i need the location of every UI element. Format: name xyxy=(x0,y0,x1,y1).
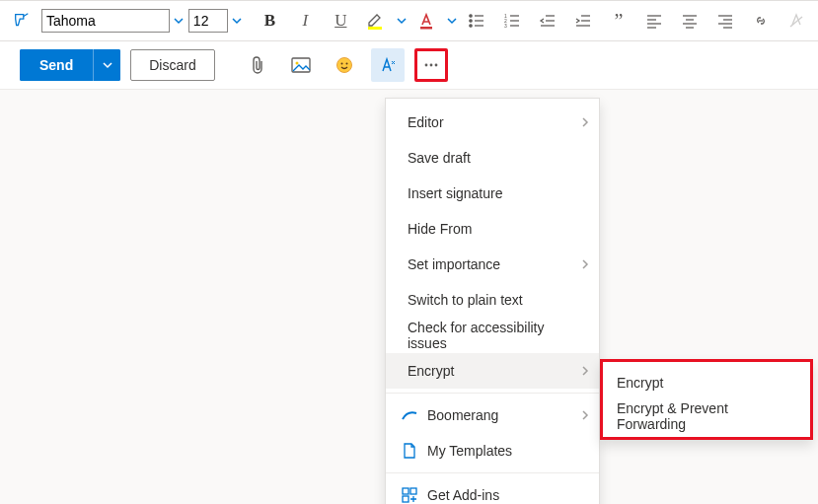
font-name-caret[interactable] xyxy=(174,9,185,33)
submenu-item-encrypt-prevent[interactable]: Encrypt & Prevent Forwarding xyxy=(603,399,810,433)
bullet-list-button[interactable] xyxy=(461,5,492,36)
outdent-button[interactable] xyxy=(532,5,563,36)
menu-label: Boomerang xyxy=(427,407,498,423)
font-color-button[interactable] xyxy=(410,5,442,36)
highlight-button[interactable] xyxy=(360,5,392,36)
svg-rect-44 xyxy=(403,496,409,502)
svg-rect-1 xyxy=(420,27,432,30)
menu-item-save-draft[interactable]: Save draft xyxy=(386,140,599,176)
templates-icon xyxy=(400,443,419,459)
menu-label: Save draft xyxy=(408,150,471,166)
svg-rect-43 xyxy=(410,488,416,494)
number-list-button[interactable]: 123 xyxy=(496,5,528,36)
align-left-button[interactable] xyxy=(638,5,670,36)
font-name-input[interactable] xyxy=(41,9,170,33)
menu-item-switch-plain[interactable]: Switch to plain text xyxy=(386,282,599,318)
boomerang-icon xyxy=(400,409,419,421)
insert-picture-icon[interactable] xyxy=(284,48,318,82)
menu-label: Switch to plain text xyxy=(408,292,523,308)
send-caret-button[interactable] xyxy=(93,49,120,81)
svg-rect-42 xyxy=(403,488,409,494)
menu-label: Check for accessibility issues xyxy=(408,320,585,351)
svg-rect-0 xyxy=(368,27,382,30)
discard-button[interactable]: Discard xyxy=(130,49,214,81)
send-split-button: Send xyxy=(20,49,120,81)
svg-point-37 xyxy=(340,63,342,65)
menu-label: Hide From xyxy=(408,221,472,237)
menu-label: Insert signature xyxy=(408,185,503,201)
quote-button[interactable]: ” xyxy=(603,5,634,36)
menu-item-boomerang[interactable]: Boomerang xyxy=(386,397,599,433)
clear-format-icon[interactable] xyxy=(781,5,812,36)
menu-item-editor[interactable]: Editor xyxy=(386,105,599,140)
menu-item-set-importance[interactable]: Set importance xyxy=(386,247,599,282)
svg-point-41 xyxy=(434,64,437,67)
menu-label: Encrypt & Prevent Forwarding xyxy=(617,400,796,432)
chevron-right-icon xyxy=(581,258,589,270)
font-size-caret[interactable] xyxy=(232,9,243,33)
message-body-area: Editor Save draft Insert signature Hide … xyxy=(0,90,818,504)
svg-text:3: 3 xyxy=(504,23,507,29)
link-icon[interactable] xyxy=(745,5,777,36)
svg-point-40 xyxy=(429,64,432,67)
svg-point-4 xyxy=(470,20,472,22)
format-painter-icon[interactable] xyxy=(6,5,37,36)
chevron-right-icon xyxy=(581,365,589,377)
italic-button[interactable]: I xyxy=(289,5,321,36)
menu-label: Get Add-ins xyxy=(427,487,499,503)
more-options-button[interactable] xyxy=(414,48,448,82)
menu-item-my-templates[interactable]: My Templates xyxy=(386,433,599,468)
font-size-input[interactable] xyxy=(188,9,228,33)
svg-point-6 xyxy=(470,25,472,27)
formatting-toolbar: B I U 123 ” xyxy=(0,0,818,41)
menu-label: Encrypt xyxy=(617,375,663,391)
menu-item-insert-signature[interactable]: Insert signature xyxy=(386,176,599,211)
indent-button[interactable] xyxy=(567,5,599,36)
menu-label: My Templates xyxy=(427,443,512,459)
svg-line-33 xyxy=(790,17,802,27)
menu-separator xyxy=(386,472,599,473)
emoji-icon[interactable] xyxy=(328,48,361,82)
align-center-button[interactable] xyxy=(674,5,706,36)
addins-icon xyxy=(400,487,419,503)
menu-label: Set importance xyxy=(408,256,500,272)
svg-point-39 xyxy=(424,64,427,67)
chevron-right-icon xyxy=(581,116,589,128)
svg-point-36 xyxy=(336,58,351,73)
svg-point-38 xyxy=(345,63,347,65)
menu-item-hide-from[interactable]: Hide From xyxy=(386,211,599,247)
bold-button[interactable]: B xyxy=(254,5,285,36)
svg-point-35 xyxy=(295,62,298,65)
underline-button[interactable]: U xyxy=(325,5,356,36)
menu-item-get-addins[interactable]: Get Add-ins xyxy=(386,477,599,504)
attach-icon[interactable] xyxy=(241,48,274,82)
submenu-item-encrypt[interactable]: Encrypt xyxy=(603,366,810,399)
highlight-caret[interactable] xyxy=(396,9,407,33)
align-right-button[interactable] xyxy=(709,5,741,36)
compose-action-bar: Send Discard xyxy=(0,41,818,90)
encrypt-submenu: Encrypt Encrypt & Prevent Forwarding xyxy=(600,359,813,440)
show-formatting-icon[interactable] xyxy=(371,48,405,82)
font-color-caret[interactable] xyxy=(446,9,457,33)
svg-point-2 xyxy=(470,15,472,17)
more-options-menu: Editor Save draft Insert signature Hide … xyxy=(385,98,600,504)
menu-label: Editor xyxy=(408,114,444,130)
menu-label: Encrypt xyxy=(408,363,454,379)
menu-item-check-accessibility[interactable]: Check for accessibility issues xyxy=(386,318,599,353)
send-button[interactable]: Send xyxy=(20,49,93,81)
menu-separator xyxy=(386,393,599,394)
chevron-right-icon xyxy=(581,409,589,421)
menu-item-encrypt[interactable]: Encrypt xyxy=(386,353,599,389)
